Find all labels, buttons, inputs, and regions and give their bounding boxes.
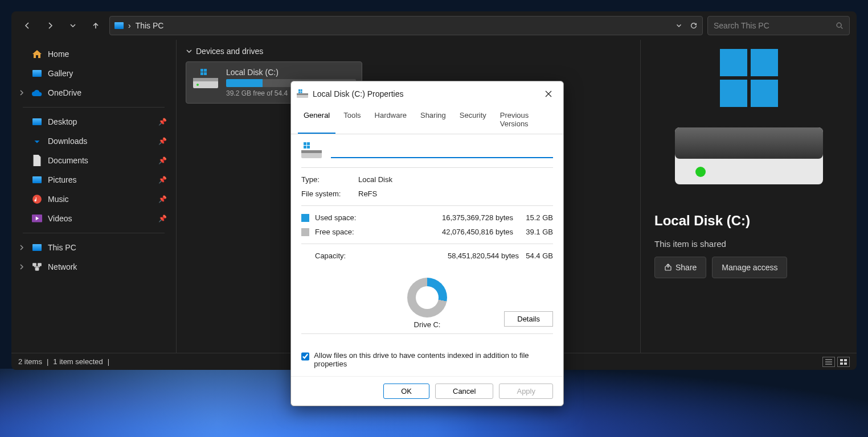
sidebar-item-gallery[interactable]: Gallery: [11, 64, 176, 83]
drive-large-icon: [672, 116, 826, 190]
sidebar-item-desktop[interactable]: Desktop📌: [11, 112, 176, 131]
sidebar-item-thispc[interactable]: This PC: [11, 238, 176, 257]
pin-icon: 📌: [158, 176, 167, 184]
free-label: Free space:: [315, 228, 366, 236]
search-icon: [836, 22, 844, 30]
status-selected-count: 1 item selected: [53, 357, 103, 366]
used-gb: 15.2 GB: [519, 213, 553, 222]
toolbar: › This PC: [11, 11, 857, 40]
refresh-icon[interactable]: [690, 22, 698, 30]
svg-rect-19: [840, 362, 843, 365]
tab-general[interactable]: General: [298, 106, 335, 134]
details-drive-name: Local Disk (C:): [654, 213, 750, 229]
sidebar-item-pictures[interactable]: Pictures📌: [11, 170, 176, 189]
apply-button[interactable]: Apply: [499, 384, 553, 399]
sidebar: Home Gallery OneDrive Desktop📌 Downloads…: [11, 40, 177, 353]
svg-rect-23: [298, 89, 300, 91]
chevron-down-icon[interactable]: [675, 22, 683, 30]
sidebar-item-videos[interactable]: Videos📌: [11, 209, 176, 228]
back-button[interactable]: [18, 17, 36, 35]
svg-rect-18: [844, 359, 847, 361]
dialog-titlebar[interactable]: Local Disk (C:) Properties: [291, 81, 563, 106]
download-icon: [32, 136, 42, 146]
chevron-down-icon: [186, 48, 193, 55]
details-button[interactable]: Details: [504, 311, 553, 327]
video-icon: [32, 215, 42, 222]
view-tiles-button[interactable]: [837, 357, 850, 367]
index-checkbox[interactable]: [301, 352, 309, 361]
document-icon: [32, 155, 42, 167]
details-pane: Local Disk (C:) This item is shared Shar…: [640, 40, 857, 353]
free-gb: 39.1 GB: [519, 228, 553, 236]
forward-button[interactable]: [41, 17, 59, 35]
drive-icon: [297, 89, 308, 98]
home-icon: [32, 50, 42, 58]
section-header-label: Devices and drives: [196, 47, 263, 56]
manage-access-button[interactable]: Manage access: [712, 257, 787, 278]
sidebar-item-network[interactable]: Network: [11, 257, 176, 277]
ok-button[interactable]: OK: [383, 384, 429, 399]
sidebar-label: Home: [48, 50, 69, 59]
svg-rect-32: [307, 146, 310, 149]
svg-rect-24: [301, 89, 302, 91]
sidebar-label: This PC: [48, 243, 76, 252]
drive-name: Local Disk (C:): [226, 68, 356, 77]
tab-previous-versions[interactable]: Previous Versions: [494, 106, 556, 134]
windows-logo-icon: [720, 49, 778, 107]
status-item-count: 2 items: [18, 357, 42, 366]
close-button[interactable]: [539, 86, 558, 102]
sidebar-item-music[interactable]: Music📌: [11, 189, 176, 209]
manage-access-label: Manage access: [722, 263, 777, 272]
sidebar-label: Pictures: [48, 175, 77, 184]
sidebar-item-documents[interactable]: Documents📌: [11, 151, 176, 170]
view-details-button[interactable]: [822, 357, 835, 367]
sidebar-label: OneDrive: [48, 88, 81, 97]
svg-point-8: [196, 84, 199, 86]
tab-sharing[interactable]: Sharing: [415, 106, 452, 134]
svg-rect-31: [304, 146, 306, 149]
tab-security[interactable]: Security: [454, 106, 492, 134]
search-input[interactable]: [714, 21, 828, 30]
svg-rect-5: [35, 267, 39, 271]
up-button[interactable]: [87, 17, 105, 35]
pictures-icon: [32, 176, 42, 183]
sidebar-label: Desktop: [48, 117, 77, 126]
share-button[interactable]: Share: [654, 257, 706, 278]
search-box[interactable]: [707, 16, 850, 35]
sidebar-label: Videos: [48, 214, 72, 223]
section-header-devices[interactable]: Devices and drives: [186, 47, 631, 56]
svg-point-15: [695, 167, 706, 177]
drive-name-input[interactable]: [331, 143, 553, 158]
music-icon: [32, 194, 42, 204]
type-label: Type:: [301, 175, 358, 184]
address-bar[interactable]: › This PC: [109, 16, 703, 35]
used-bytes: 16,375,369,728 bytes: [422, 213, 513, 222]
svg-rect-22: [297, 93, 308, 95]
sidebar-item-downloads[interactable]: Downloads📌: [11, 131, 176, 151]
tab-hardware[interactable]: Hardware: [369, 106, 412, 134]
capacity-bytes: 58,451,820,544 bytes: [428, 252, 519, 260]
free-color-swatch: [301, 228, 309, 236]
sidebar-item-home[interactable]: Home: [11, 44, 176, 64]
svg-point-1: [32, 195, 42, 204]
used-label: Used space:: [315, 213, 366, 222]
index-checkbox-label[interactable]: Allow files on this drive to have conten…: [314, 351, 553, 368]
cancel-button[interactable]: Cancel: [435, 384, 493, 399]
properties-dialog: Local Disk (C:) Properties General Tools…: [290, 81, 564, 406]
tab-tools[interactable]: Tools: [338, 106, 366, 134]
svg-rect-3: [32, 263, 36, 266]
sidebar-item-onedrive[interactable]: OneDrive: [11, 83, 176, 102]
status-sep: |: [108, 357, 109, 366]
desktop-icon: [32, 118, 42, 125]
sidebar-label: Downloads: [48, 137, 87, 146]
pin-icon: 📌: [158, 195, 167, 203]
breadcrumb-separator: ›: [128, 21, 131, 30]
chevron-right-icon: [18, 263, 25, 270]
sidebar-label: Network: [48, 262, 77, 271]
fs-value: ReFS: [358, 189, 377, 198]
svg-rect-14: [675, 127, 823, 159]
capacity-gb: 54.4 GB: [519, 252, 553, 260]
breadcrumb: This PC: [136, 21, 164, 30]
recent-dropdown[interactable]: [64, 17, 82, 35]
share-button-label: Share: [675, 263, 697, 272]
